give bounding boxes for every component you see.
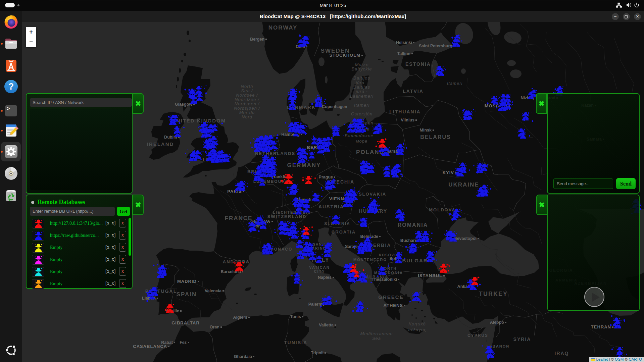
svg-text:Sea: Sea bbox=[372, 336, 381, 341]
svg-text:Prague: Prague bbox=[319, 175, 333, 179]
svg-text:IRAQ: IRAQ bbox=[555, 351, 569, 356]
svg-text:STOCKHOLM: STOCKHOLM bbox=[329, 53, 360, 58]
svg-text:Thessaloniki: Thessaloniki bbox=[371, 277, 397, 282]
svg-text:KYIV: KYIV bbox=[443, 170, 454, 175]
svg-text:CROATIA: CROATIA bbox=[332, 229, 356, 235]
svg-text:Valletta: Valletta bbox=[319, 323, 334, 327]
svg-text:CYPRUS: CYPRUS bbox=[467, 333, 488, 338]
svg-text:SYRIA: SYRIA bbox=[513, 337, 531, 342]
svg-text:Algiers: Algiers bbox=[233, 315, 247, 320]
svg-text:VATICAN: VATICAN bbox=[309, 265, 330, 269]
svg-text:Tunis: Tunis bbox=[290, 314, 301, 319]
svg-text:LITHUANIA: LITHUANIA bbox=[389, 109, 420, 114]
svg-text:Sevastopol: Sevastopol bbox=[454, 236, 477, 241]
svg-text:SAN: SAN bbox=[313, 243, 322, 246]
svg-text:Vilnius: Vilnius bbox=[401, 118, 414, 122]
svg-text:море: море bbox=[356, 139, 368, 144]
svg-text:TEHRAN: TEHRAN bbox=[591, 324, 611, 329]
svg-text:NETHERLANDS: NETHERLANDS bbox=[255, 151, 295, 156]
svg-text:IRELAND: IRELAND bbox=[147, 141, 174, 147]
svg-text:MOLDOVA: MOLDOVA bbox=[429, 207, 455, 212]
svg-text:Bergen: Bergen bbox=[250, 37, 264, 42]
svg-text:ANDORRA: ANDORRA bbox=[223, 259, 250, 264]
svg-text:Naples: Naples bbox=[318, 275, 332, 280]
svg-text:GREECE: GREECE bbox=[378, 294, 403, 300]
svg-text:Belgrade: Belgrade bbox=[360, 234, 379, 239]
svg-text:CITY: CITY bbox=[314, 269, 325, 273]
svg-text:Minsk: Minsk bbox=[420, 128, 432, 133]
svg-text:Tripoli: Tripoli bbox=[311, 351, 324, 355]
svg-text:Балтийское: Балтийское bbox=[345, 133, 373, 138]
svg-text:Fez: Fez bbox=[180, 340, 187, 345]
svg-text:Baltijos: Baltijos bbox=[353, 75, 370, 81]
svg-text:Copenhagen: Copenhagen bbox=[322, 104, 347, 109]
svg-text:FRANCE: FRANCE bbox=[225, 215, 253, 221]
svg-text:ATHENS: ATHENS bbox=[384, 303, 403, 308]
svg-text:Oran: Oran bbox=[210, 325, 219, 329]
svg-text:Glasgow: Glasgow bbox=[175, 102, 192, 107]
svg-text:TUNISIA: TUNISIA bbox=[284, 340, 307, 345]
svg-text:LATVIA: LATVIA bbox=[403, 89, 424, 94]
svg-text:>_: >_ bbox=[7, 106, 13, 111]
svg-text:CASABLANCA: CASABLANCA bbox=[133, 344, 167, 349]
svg-text:ESTONIA: ESTONIA bbox=[405, 61, 431, 67]
svg-text:Tallinn: Tallinn bbox=[397, 51, 410, 56]
svg-text:Nord: Nord bbox=[242, 114, 252, 119]
svg-text:Östersjön: Östersjön bbox=[351, 111, 373, 116]
svg-text:NORWAY: NORWAY bbox=[268, 24, 298, 31]
svg-text:Κρητικό: Κρητικό bbox=[408, 321, 426, 326]
svg-text:BELARUS: BELARUS bbox=[420, 134, 451, 140]
svg-text:SLOVAKIA: SLOVAKIA bbox=[359, 192, 386, 197]
svg-text:jūra -: jūra - bbox=[355, 89, 368, 94]
svg-text:MADRID: MADRID bbox=[177, 279, 197, 284]
svg-text:MONTENEGRO: MONTENEGRO bbox=[353, 258, 387, 262]
svg-text:GIBRALTAR: GIBRALTAR bbox=[171, 320, 200, 325]
svg-text:Valencia: Valencia bbox=[205, 289, 222, 293]
svg-text:-: - bbox=[361, 98, 362, 103]
svg-text:MONACO: MONACO bbox=[270, 247, 293, 252]
svg-text:Bałtyckie: Bałtyckie bbox=[351, 66, 372, 71]
svg-text:TURKEY: TURKEY bbox=[479, 291, 508, 297]
svg-text:SWITZERLAND: SWITZERLAND bbox=[267, 214, 307, 219]
svg-text:Itämeri: Itämeri bbox=[447, 81, 463, 86]
svg-text:UKRAINE: UKRAINE bbox=[448, 182, 479, 188]
svg-text:SERBIA: SERBIA bbox=[369, 243, 391, 248]
svg-text:Helsinki: Helsinki bbox=[396, 40, 412, 45]
svg-text:Aleppo: Aleppo bbox=[490, 320, 504, 325]
svg-text:Mediterranean: Mediterranean bbox=[360, 331, 393, 336]
svg-text:Ghardaia: Ghardaia bbox=[234, 354, 252, 359]
svg-text:ROMANIA: ROMANIA bbox=[398, 222, 428, 228]
svg-text:SPAIN: SPAIN bbox=[177, 291, 197, 298]
svg-text:Saint Petersburg: Saint Petersburg bbox=[419, 44, 452, 48]
svg-text:ISTANBUL: ISTANBUL bbox=[418, 273, 442, 278]
svg-text:AUSTRIA: AUSTRIA bbox=[318, 204, 344, 209]
svg-text:πέλαγος: πέλαγος bbox=[408, 327, 426, 332]
svg-text:?: ? bbox=[8, 82, 14, 92]
